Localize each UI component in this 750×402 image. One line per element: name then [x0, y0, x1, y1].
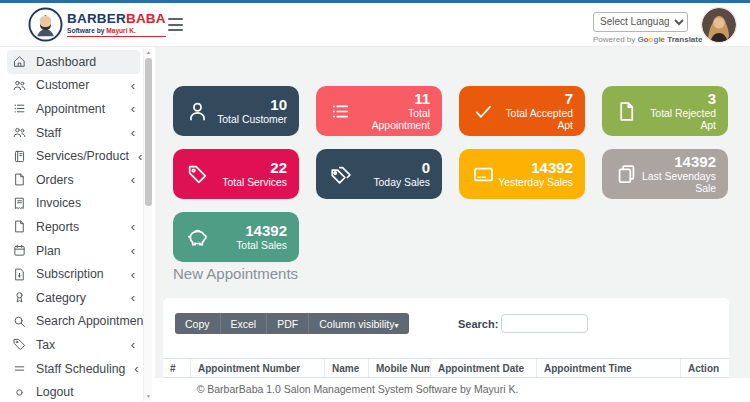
home-icon — [12, 54, 27, 69]
stat-card-text: 14392Total Sales — [236, 222, 287, 252]
sidebar-item-staff-scheduling[interactable]: Staff Scheduling‹ — [7, 357, 140, 381]
toolbar-button-label: Excel — [231, 318, 257, 330]
chevron-left-icon: ‹ — [131, 102, 135, 115]
stat-card-total-sales: 14392Total Sales — [173, 212, 299, 262]
sidebar-item-label: Customer — [36, 78, 89, 92]
sidebar-item-plan[interactable]: Plan‹ — [7, 239, 140, 263]
toolbar-button-pdf[interactable]: PDF — [267, 313, 309, 334]
stat-card-text: 22Total Services — [222, 159, 287, 189]
stat-value: 14392 — [498, 159, 573, 177]
sidebar-item-subscription[interactable]: Subscription‹ — [7, 262, 140, 286]
chevron-left-icon: ‹ — [131, 173, 135, 186]
sidebar-item-label: Tax — [36, 338, 55, 352]
column-header-label: Appointment Date — [438, 363, 524, 374]
people-icon — [12, 125, 27, 140]
sidebar-item-tax[interactable]: Tax‹ — [7, 333, 140, 357]
column-header-appointment-time[interactable]: Appointment Time — [536, 359, 680, 377]
chevron-left-icon: ‹ — [131, 244, 135, 257]
stat-card-yesterday-sales: 14392Yesterday Sales — [459, 149, 585, 199]
column-header-mobile-number[interactable]: Mobile Number — [368, 359, 430, 377]
stat-card-total-rejected-apt: 3Total Rejected Apt — [602, 86, 728, 136]
stat-value: 0 — [373, 159, 430, 177]
sidebar-item-search-appointment[interactable]: Search Appointment — [7, 310, 140, 334]
sidebar-item-reports[interactable]: Reports‹ — [7, 215, 140, 239]
sidebar-item-label: Dashboard — [36, 55, 96, 69]
tag-icon — [12, 337, 27, 352]
sidebar-item-label: Orders — [36, 173, 74, 187]
tags-icon — [329, 163, 352, 186]
stat-label: Total Sales — [236, 240, 287, 252]
file-icon — [615, 100, 638, 123]
column-header-appointment-date[interactable]: Appointment Date — [430, 359, 536, 377]
scroll-down-arrow[interactable]: ▼ — [144, 392, 153, 401]
app-header: BARBERBABA Software by Mayuri K. Select … — [0, 3, 750, 47]
stat-card-total-services: 22Total Services — [173, 149, 299, 199]
sidebar-item-logout[interactable]: Logout — [7, 380, 140, 402]
search-icon — [12, 314, 27, 329]
language-block: Select Language Powered by Google Transl… — [593, 11, 688, 44]
toolbar-button-label: Copy — [185, 318, 210, 330]
scroll-up-arrow[interactable]: ▲ — [144, 48, 153, 57]
stat-value: 3 — [638, 90, 716, 108]
sidebar-item-label: Staff — [36, 126, 61, 140]
stat-card-text: 11Total Appointment — [352, 90, 430, 133]
people-icon — [12, 78, 27, 93]
stat-value: 14392 — [638, 153, 716, 171]
user-avatar[interactable] — [702, 8, 736, 42]
stat-card-text: 14392Yesterday Sales — [498, 159, 573, 189]
sidebar-item-services-product[interactable]: Services/Product‹ — [7, 144, 140, 168]
chevron-left-icon: ‹ — [131, 220, 135, 233]
stat-card-text: 7Total Accepted Apt — [495, 90, 573, 133]
stat-card-last-sevendays-sale: 14392Last Sevendays Sale — [602, 149, 728, 199]
top-accent-bar — [0, 0, 750, 3]
sidebar-item-appointment[interactable]: Appointment‹ — [7, 97, 140, 121]
sidebar-item-customer[interactable]: Customer‹ — [7, 74, 140, 98]
receipt-icon — [12, 196, 27, 211]
column-header-label: Action — [688, 363, 719, 374]
table-search: Search: — [458, 314, 588, 333]
stat-label: Total Services — [222, 177, 287, 189]
column-header-action[interactable]: Action — [680, 359, 729, 377]
sidebar-item-dashboard[interactable]: Dashboard — [7, 50, 140, 74]
chevron-left-icon: ‹ — [138, 150, 142, 163]
toolbar-button-copy[interactable]: Copy — [175, 313, 221, 334]
sidebar: DashboardCustomer‹Appointment‹Staff‹Serv… — [0, 47, 155, 402]
column-header-index[interactable]: # — [163, 359, 190, 377]
stat-label: Today Sales — [373, 177, 430, 189]
sidebar-item-label: Services/Product — [36, 149, 129, 163]
sidebar-item-label: Logout — [36, 385, 74, 399]
caret-down-icon: ▾ — [394, 321, 398, 330]
journal-icon — [12, 149, 27, 164]
stat-label: Total Rejected Apt — [638, 108, 716, 133]
search-input[interactable] — [501, 314, 588, 333]
toolbar-button-column-visibility[interactable]: Column visibility▾ — [309, 313, 408, 334]
app-logo[interactable]: BARBERBABA Software by Mayuri K. — [28, 7, 166, 42]
column-header-label: Appointment Time — [544, 363, 632, 374]
stat-card-text: 14392Last Sevendays Sale — [638, 153, 716, 196]
sidebar-item-orders[interactable]: Orders‹ — [7, 168, 140, 192]
stat-label: Total Appointment — [352, 108, 430, 133]
page: BARBERBABA Software by Mayuri K. Select … — [0, 0, 750, 402]
column-header-appointment-number[interactable]: Appointment Number — [190, 359, 324, 377]
chevron-left-icon: ‹ — [134, 362, 138, 375]
file-arrow-icon — [12, 267, 27, 282]
logo-text: BARBERBABA Software by Mayuri K. — [67, 12, 166, 36]
logo-tagline: Software by Mayuri K. — [67, 28, 166, 37]
chevron-left-icon: ‹ — [131, 79, 135, 92]
menu-toggle-button[interactable] — [168, 18, 183, 31]
sidebar-item-category[interactable]: Category‹ — [7, 286, 140, 310]
footer: © BarbarBaba 1.0 Salon Management System… — [155, 378, 750, 402]
google-logo-text: Google — [637, 35, 665, 44]
language-select[interactable]: Select Language — [593, 12, 688, 32]
toolbar-button-label: PDF — [277, 318, 298, 330]
scrollbar-thumb[interactable] — [145, 58, 152, 206]
logout-icon — [12, 385, 27, 400]
stat-card-text: 10Total Customer — [217, 96, 287, 126]
sidebar-item-invoices[interactable]: Invoices — [7, 192, 140, 216]
footer-copyright: © BarbarBaba 1.0 Salon Management System… — [197, 383, 519, 395]
column-header-name[interactable]: Name — [324, 359, 368, 377]
list-icon — [329, 100, 352, 123]
toolbar-button-excel[interactable]: Excel — [221, 313, 268, 334]
sidebar-item-staff[interactable]: Staff‹ — [7, 121, 140, 145]
sidebar-menu: DashboardCustomer‹Appointment‹Staff‹Serv… — [0, 47, 155, 402]
